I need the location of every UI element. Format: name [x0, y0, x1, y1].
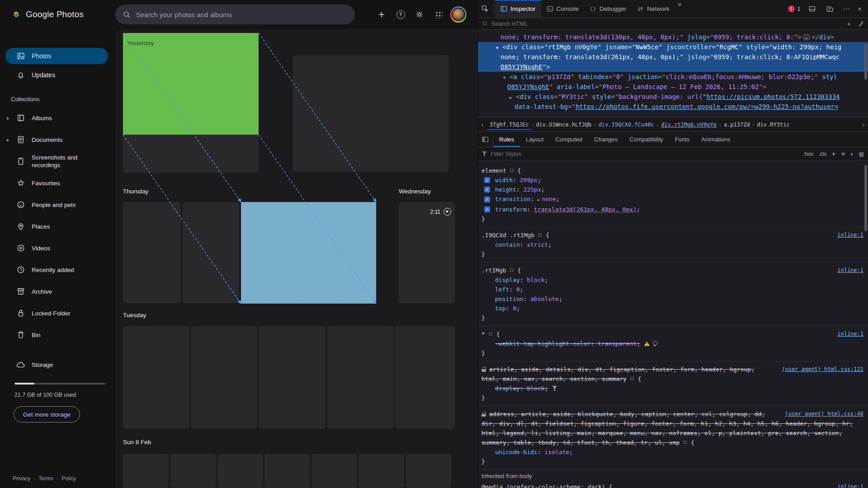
- create-node-button[interactable]: +: [844, 20, 854, 28]
- selector-highlighter-icon[interactable]: [538, 233, 542, 237]
- css-declaration[interactable]: top: 0;: [481, 304, 863, 313]
- rule-selector[interactable]: .rtIMgb: [481, 267, 506, 274]
- tab-inspector[interactable]: Inspector: [495, 0, 541, 18]
- css-declaration[interactable]: left: 0;: [481, 285, 863, 294]
- sidebar-tab-animations[interactable]: Animations: [695, 132, 736, 147]
- upload-button[interactable]: +: [374, 7, 389, 22]
- css-declaration[interactable]: ✓transform: translate3d(261px, 48px, 0px…: [481, 205, 863, 214]
- video-tile[interactable]: 2:11: [399, 202, 455, 303]
- sidebar-dock-button[interactable]: [478, 132, 493, 147]
- toggle-pseudo-classes-button[interactable]: :hov: [803, 151, 814, 157]
- breadcrumb-item[interactable]: div.I9QCXd.fCu40c: [596, 119, 657, 130]
- responsive-design-mode-button[interactable]: [822, 5, 837, 12]
- add-rule-button[interactable]: +: [831, 150, 835, 158]
- photo-tile[interactable]: [217, 454, 263, 488]
- sidebar-tab-changes[interactable]: Changes: [588, 132, 623, 147]
- settings-button[interactable]: [412, 7, 427, 22]
- css-declaration[interactable]: -webkit-tap-highlight-color: transparent…: [481, 339, 863, 348]
- sidebar-item-screenshots[interactable]: Screenshots and recordings: [0, 152, 115, 170]
- rule-source-link[interactable]: inline:1: [837, 230, 863, 240]
- photo-tile[interactable]: [406, 454, 451, 488]
- css-declaration[interactable]: contain: strict;: [481, 240, 863, 249]
- breadcrumb-item[interactable]: div.RY3tic: [754, 119, 792, 130]
- toggle-classes-button[interactable]: .cls: [818, 151, 826, 157]
- css-declaration[interactable]: ✓width: 299px;: [481, 175, 863, 185]
- rule-source-link[interactable]: inline:1: [837, 329, 863, 339]
- markup-line[interactable]: ▶<div class="RY3tic" style="background-i…: [478, 92, 868, 102]
- sidebar-tab-layout[interactable]: Layout: [520, 132, 549, 147]
- tab-console[interactable]: Console: [541, 0, 585, 18]
- sidebar-item-updates[interactable]: Updates: [5, 67, 108, 83]
- declaration-checkbox[interactable]: ✓: [484, 206, 490, 212]
- markup-line[interactable]: ▼<a class="p137Zd" tabindex="0" jsaction…: [478, 72, 868, 82]
- google-apps-button[interactable]: [431, 7, 446, 22]
- css-declaration[interactable]: unicode-bidi: isolate;: [481, 447, 863, 457]
- search-html-input[interactable]: [491, 20, 841, 27]
- markup-line[interactable]: data-latest-bg="https://photos.fife.user…: [478, 102, 868, 112]
- selector-highlighter-icon[interactable]: [509, 168, 514, 173]
- photo-tile[interactable]: [359, 454, 404, 488]
- photo-tile[interactable]: [123, 326, 189, 429]
- sidebar-tab-compatibility[interactable]: Compatibility: [623, 132, 669, 147]
- selector-highlighter-icon[interactable]: [509, 268, 514, 272]
- photo-tile[interactable]: [123, 202, 181, 303]
- markup-line[interactable]: none; transform: translate3d(261px, 48px…: [478, 52, 868, 62]
- close-devtools-button[interactable]: ×: [855, 5, 864, 13]
- dark-scheme-simulation-button[interactable]: ◐: [850, 151, 854, 157]
- photos-search-input[interactable]: [136, 11, 348, 19]
- expand-caret-icon[interactable]: ▸: [7, 137, 9, 143]
- sidebar-tab-fonts[interactable]: Fonts: [669, 132, 696, 147]
- photo-tile[interactable]: [183, 202, 239, 303]
- sidebar-item-albums[interactable]: ▸ Albums: [0, 109, 115, 127]
- terms-link[interactable]: Terms: [30, 475, 53, 482]
- get-more-storage-button[interactable]: Get more storage: [14, 406, 80, 422]
- light-scheme-simulation-button[interactable]: ☀: [841, 151, 846, 157]
- privacy-link[interactable]: Privacy: [13, 475, 30, 482]
- photo-tile[interactable]: [264, 454, 310, 488]
- sidebar-tab-rules[interactable]: Rules: [493, 132, 520, 147]
- rule-selector[interactable]: element: [481, 167, 506, 174]
- rule-selector[interactable]: *: [481, 331, 485, 338]
- photo-tile[interactable]: [259, 326, 326, 429]
- sidebar-item-documents[interactable]: ▸ Documents: [0, 131, 115, 149]
- sidebar-item-photos[interactable]: Photos: [5, 48, 108, 64]
- error-badge-icon[interactable]: !: [788, 5, 795, 12]
- expand-caret-icon[interactable]: ▸: [7, 115, 9, 121]
- rule-source-link[interactable]: (user agent) html.css:48: [785, 409, 863, 419]
- filter-styles-input[interactable]: [491, 150, 800, 157]
- rules-scrollbar[interactable]: [864, 165, 867, 231]
- help-button[interactable]: ?: [393, 7, 408, 22]
- css-declaration[interactable]: display: block;: [481, 384, 863, 393]
- photos-search-bar[interactable]: [115, 5, 355, 24]
- sidebar-item-recently-added[interactable]: Recently added: [0, 261, 115, 279]
- google-photos-logo[interactable]: Google Photos: [11, 9, 84, 20]
- sidebar-item-locked-folder[interactable]: Locked Folder: [0, 304, 115, 322]
- sidebar-item-videos[interactable]: Videos: [0, 239, 115, 257]
- rule-source-link[interactable]: (user agent) html.css:121: [782, 365, 863, 374]
- split-console-button[interactable]: [805, 5, 820, 12]
- breadcrumb-item[interactable]: div.rtIMgb.nV0gYe: [658, 119, 719, 130]
- declaration-checkbox[interactable]: ✓: [484, 197, 490, 202]
- photo-tile[interactable]: [395, 326, 455, 429]
- photo-tile[interactable]: [191, 326, 257, 429]
- rule-selector[interactable]: article, aside, details, div, dt, figcap…: [481, 366, 755, 382]
- breadcrumb-back-arrow[interactable]: ‹: [478, 121, 487, 128]
- markup-scrollbar[interactable]: [864, 43, 867, 80]
- photo-tile[interactable]: [293, 55, 449, 172]
- breadcrumb-item[interactable]: 3Tghf.T5QJEc: [487, 119, 532, 130]
- css-declaration[interactable]: display: block;: [481, 275, 863, 285]
- print-media-simulation-button[interactable]: ▤: [859, 151, 864, 157]
- breadcrumb-item[interactable]: div.O1Wnce.hLfJQb: [533, 119, 594, 130]
- markup-line[interactable]: O85YJYNsghE">: [478, 62, 868, 72]
- rule-source-link[interactable]: inline:1: [837, 266, 863, 275]
- css-declaration[interactable]: position: absolute;: [481, 294, 863, 304]
- sidebar-item-bin[interactable]: Bin: [0, 326, 115, 344]
- declaration-checkbox[interactable]: ✓: [484, 177, 490, 183]
- play-icon[interactable]: [443, 208, 451, 216]
- markup-line[interactable]: O85YJYNsghE" aria-label="Photo – Landsca…: [478, 82, 868, 92]
- sidebar-item-favourites[interactable]: Favourites: [0, 174, 115, 192]
- photo-tile[interactable]: [170, 454, 216, 488]
- rule-selector[interactable]: .I9QCXd .rtIMgb: [481, 232, 534, 239]
- selector-highlighter-icon[interactable]: [630, 376, 634, 381]
- breadcrumb-forward-arrow[interactable]: ›: [859, 121, 868, 128]
